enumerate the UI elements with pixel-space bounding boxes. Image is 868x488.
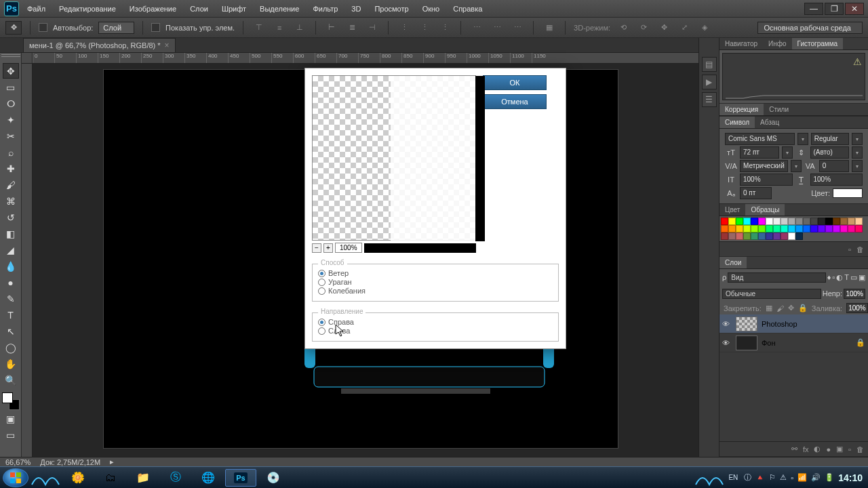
tab-info[interactable]: Инфо	[763, 38, 792, 49]
align-left-icon[interactable]: ⊢	[324, 21, 339, 35]
swatch[interactable]	[766, 218, 773, 225]
stamp-tool[interactable]: ⌘	[3, 193, 19, 209]
history-brush-tool[interactable]: ↺	[3, 209, 19, 225]
distribute-h-icon[interactable]: ⋯	[510, 21, 525, 35]
swatch[interactable]	[840, 225, 848, 232]
dropdown-icon[interactable]: ▾	[852, 160, 863, 172]
dodge-tool[interactable]: ●	[3, 274, 19, 290]
tab-paragraph[interactable]: Абзац	[755, 117, 785, 128]
type-tool[interactable]: T	[3, 307, 19, 323]
pen-tool[interactable]: ✎	[3, 291, 19, 306]
swatch[interactable]	[810, 218, 818, 225]
dropdown-icon[interactable]: ▾	[791, 160, 802, 172]
gradient-tool[interactable]: ◢	[3, 242, 19, 258]
start-button[interactable]	[3, 468, 28, 487]
swatch[interactable]	[803, 218, 810, 225]
quickmask-toggle[interactable]: ▣	[3, 411, 19, 426]
filter-shape-icon[interactable]: ▭	[850, 273, 857, 282]
taskbar-app[interactable]: 🌼	[62, 469, 94, 487]
font-family-select[interactable]: Comic Sans MS	[725, 133, 795, 145]
cancel-button[interactable]: Отмена	[483, 94, 547, 109]
filter-smart-icon[interactable]: ▣	[859, 273, 865, 282]
marquee-tool[interactable]: ▭	[3, 79, 19, 95]
swatch[interactable]	[788, 225, 795, 232]
menu-file[interactable]: Файл	[22, 2, 51, 16]
swatch[interactable]	[795, 218, 803, 225]
lock-all-icon[interactable]: 🔒	[798, 304, 808, 312]
visibility-icon[interactable]: 👁	[722, 339, 732, 347]
tray-volume-icon[interactable]: 🔊	[811, 473, 821, 482]
swatch[interactable]	[848, 225, 855, 232]
layer-name[interactable]: Photoshop	[762, 320, 797, 328]
swatch[interactable]	[751, 232, 758, 240]
swatch[interactable]	[743, 225, 751, 232]
radio-icon[interactable]	[318, 287, 326, 295]
zoom-in-button[interactable]: +	[323, 243, 333, 253]
swatch[interactable]	[773, 218, 781, 225]
dropdown-icon[interactable]: ▾	[797, 133, 808, 145]
lock-paint-icon[interactable]: 🖌	[776, 304, 784, 312]
lasso-tool[interactable]: ⵔ	[3, 96, 19, 111]
zoom-out-button[interactable]: −	[312, 243, 321, 253]
swatch[interactable]	[721, 218, 728, 225]
filter-icon[interactable]: ρ	[722, 273, 726, 281]
swatch[interactable]	[751, 225, 758, 232]
swatch[interactable]	[751, 218, 758, 225]
distribute-h-icon[interactable]: ⋯	[490, 21, 505, 35]
swatch[interactable]	[848, 218, 855, 225]
language-indicator[interactable]: EN	[726, 473, 740, 482]
radio-icon[interactable]	[318, 270, 326, 277]
autoselect-checkbox[interactable]	[39, 23, 47, 32]
layer-row[interactable]: 👁 Фон 🔒	[719, 333, 868, 352]
history-panel-icon[interactable]: ▤	[702, 57, 717, 72]
healing-tool[interactable]: ✚	[3, 161, 19, 176]
doc-size-readout[interactable]: Док: 2,75M/2,12M	[40, 458, 100, 466]
swatch[interactable]	[781, 232, 788, 240]
tray-icon[interactable]: ⚠	[780, 473, 787, 482]
swatch[interactable]	[788, 232, 795, 240]
crop-tool[interactable]: ✂	[3, 128, 19, 144]
swatch[interactable]	[795, 232, 803, 240]
toolbar-grip-icon[interactable]	[1, 54, 20, 61]
swatch[interactable]	[795, 225, 803, 232]
dropdown-icon[interactable]: ♦	[827, 273, 831, 281]
swatch[interactable]	[855, 218, 863, 225]
radio-icon[interactable]	[318, 327, 326, 335]
distribute-icon[interactable]: ⋮	[417, 21, 432, 35]
swatch[interactable]	[818, 218, 825, 225]
tray-icon[interactable]: 🔺	[755, 473, 765, 482]
radio-wind[interactable]: Ветер	[318, 269, 553, 277]
swatch[interactable]	[803, 225, 810, 232]
distribute-icon[interactable]: ⋮	[397, 21, 412, 35]
delete-swatch-icon[interactable]: 🗑	[856, 245, 864, 253]
swatch[interactable]	[766, 232, 773, 240]
align-bottom-icon[interactable]: ⊥	[292, 21, 307, 35]
font-size-input[interactable]: 72 пт	[740, 146, 779, 159]
tray-icon[interactable]: ⓘ	[744, 472, 751, 483]
dropdown-icon[interactable]: ▾	[852, 133, 863, 145]
layer-thumbnail[interactable]	[736, 317, 757, 331]
swatch[interactable]	[758, 218, 766, 225]
align-top-icon[interactable]: ⊤	[252, 21, 267, 35]
swatch[interactable]	[736, 232, 743, 240]
move-tool[interactable]: ✥	[3, 63, 19, 79]
swatch[interactable]	[781, 218, 788, 225]
taskbar-chrome[interactable]: 🌐	[193, 469, 224, 487]
filter-pixel-icon[interactable]: ▫	[832, 273, 835, 281]
font-style-select[interactable]: Regular	[811, 133, 849, 145]
filter-preview[interactable]	[312, 75, 476, 241]
document-tab[interactable]: мени-1 @ 66,7% (Photoshop, RGB/8) * ×	[23, 38, 176, 52]
filter-type-icon[interactable]: T	[844, 273, 849, 281]
tray-icon[interactable]: 🔋	[825, 473, 834, 482]
align-hcenter-icon[interactable]: ≣	[344, 21, 359, 35]
properties-panel-icon[interactable]: ☰	[702, 92, 717, 107]
filter-adjust-icon[interactable]: ◐	[836, 273, 843, 282]
swatch[interactable]	[721, 225, 728, 232]
swatch[interactable]	[736, 225, 743, 232]
taskbar-skype[interactable]: Ⓢ	[160, 469, 191, 487]
tracking-input[interactable]: 0	[819, 160, 849, 172]
taskbar-clock[interactable]: 14:10	[838, 472, 863, 483]
opacity-input[interactable]: 100%	[844, 289, 865, 299]
delete-layer-icon[interactable]: 🗑	[856, 445, 864, 453]
fg-color-swatch[interactable]	[2, 392, 13, 403]
